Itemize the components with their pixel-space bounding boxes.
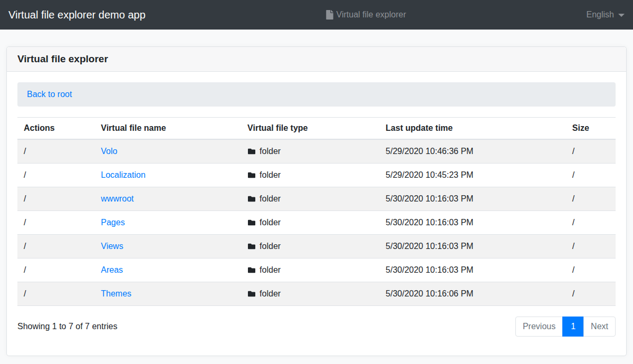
file-type-cell: folder (241, 211, 379, 235)
entries-info: Showing 1 to 7 of 7 entries (17, 322, 117, 331)
actions-cell: / (17, 164, 94, 187)
file-name-cell: Localization (94, 164, 241, 187)
table-row: / Pages folder 5/30/2020 10:16:03 PM / (17, 211, 616, 235)
file-name-link[interactable]: Pages (101, 218, 124, 227)
file-name-cell: wwwroot (94, 187, 241, 211)
table-row: / Areas folder 5/30/2020 10:16:03 PM / (17, 258, 616, 282)
language-label: English (587, 10, 614, 20)
file-type-cell: folder (241, 235, 379, 258)
actions-cell: / (17, 258, 94, 282)
file-name-cell: Areas (94, 258, 241, 282)
table-row: / Views folder 5/30/2020 10:16:03 PM / (17, 235, 616, 258)
back-to-root-bar: Back to root (17, 82, 616, 107)
table-body: / Volo folder 5/29/2020 10:46:36 PM / / … (17, 139, 616, 306)
file-type-cell: folder (241, 139, 379, 164)
file-name-link[interactable]: Themes (101, 289, 131, 298)
size-cell: / (566, 211, 616, 235)
virtual-file-explorer-card: Virtual file explorer Back to root Actio… (6, 46, 627, 356)
file-name-cell: Views (94, 235, 241, 258)
table-row: / wwwroot folder 5/30/2020 10:16:03 PM / (17, 187, 616, 211)
file-type-label: folder (260, 193, 281, 205)
folder-icon (247, 171, 256, 179)
file-type-label: folder (260, 216, 281, 229)
file-name-cell: Volo (94, 139, 241, 164)
file-type-label: folder (260, 145, 281, 158)
file-type-label: folder (260, 288, 281, 300)
column-header-updated: Last update time (379, 118, 566, 140)
file-icon (326, 10, 333, 20)
table-row: / Localization folder 5/29/2020 10:45:23… (17, 164, 616, 187)
updated-cell: 5/29/2020 10:45:23 PM (379, 164, 566, 187)
previous-button[interactable]: Previous (515, 317, 563, 337)
file-name-link[interactable]: Localization (101, 170, 146, 179)
page-1-item: 1 (563, 317, 584, 337)
language-dropdown[interactable]: English (587, 10, 625, 20)
file-type-label: folder (260, 264, 281, 276)
navbar-brand[interactable]: Virtual file explorer demo app (8, 9, 146, 21)
card-body: Back to root Actions Virtual file name V… (7, 72, 626, 356)
actions-cell: / (17, 235, 94, 258)
nav-item-label: Virtual file explorer (337, 10, 406, 20)
table-row: / Themes folder 5/30/2020 10:16:06 PM / (17, 282, 616, 306)
size-cell: / (566, 282, 616, 306)
folder-icon (247, 243, 256, 250)
actions-cell: / (17, 187, 94, 211)
pagination: Previous 1 Next (515, 317, 616, 337)
navbar: Virtual file explorer demo app Virtual f… (0, 0, 633, 30)
actions-cell: / (17, 211, 94, 235)
file-name-cell: Themes (94, 282, 241, 306)
file-name-link[interactable]: Views (101, 242, 123, 251)
page-1-button[interactable]: 1 (562, 317, 584, 337)
file-type-cell: folder (241, 164, 379, 187)
next-page-item: Next (584, 317, 616, 337)
folder-icon (247, 266, 256, 274)
file-type-label: folder (260, 169, 281, 181)
table-header-row: Actions Virtual file name Virtual file t… (17, 118, 616, 140)
column-header-name: Virtual file name (94, 118, 241, 140)
file-type-cell: folder (241, 282, 379, 306)
column-header-size: Size (566, 118, 616, 140)
actions-cell: / (17, 282, 94, 306)
updated-cell: 5/30/2020 10:16:06 PM (379, 282, 566, 306)
size-cell: / (566, 164, 616, 187)
updated-cell: 5/30/2020 10:16:03 PM (379, 258, 566, 282)
file-table: Actions Virtual file name Virtual file t… (17, 117, 616, 306)
updated-cell: 5/30/2020 10:16:03 PM (379, 211, 566, 235)
updated-cell: 5/30/2020 10:16:03 PM (379, 187, 566, 211)
file-type-cell: folder (241, 187, 379, 211)
size-cell: / (566, 235, 616, 258)
size-cell: / (566, 139, 616, 164)
updated-cell: 5/29/2020 10:46:36 PM (379, 139, 566, 164)
file-name-cell: Pages (94, 211, 241, 235)
file-name-link[interactable]: Areas (101, 265, 123, 274)
updated-cell: 5/30/2020 10:16:03 PM (379, 235, 566, 258)
nav-item-virtual-file-explorer[interactable]: Virtual file explorer (326, 10, 406, 20)
folder-icon (247, 148, 256, 155)
table-row: / Volo folder 5/29/2020 10:46:36 PM / (17, 139, 616, 164)
folder-icon (247, 219, 256, 226)
folder-icon (247, 195, 256, 203)
next-button[interactable]: Next (583, 317, 616, 337)
card-title: Virtual file explorer (7, 47, 626, 72)
file-name-link[interactable]: Volo (101, 147, 117, 156)
column-header-actions: Actions (17, 118, 94, 140)
file-type-label: folder (260, 240, 281, 253)
file-name-link[interactable]: wwwroot (101, 194, 133, 203)
actions-cell: / (17, 139, 94, 164)
column-header-type: Virtual file type (241, 118, 379, 140)
back-to-root-link[interactable]: Back to root (27, 90, 72, 99)
file-type-cell: folder (241, 258, 379, 282)
caret-down-icon (618, 14, 625, 17)
table-footer: Showing 1 to 7 of 7 entries Previous 1 N… (17, 317, 616, 337)
previous-page-item: Previous (515, 317, 563, 337)
size-cell: / (566, 258, 616, 282)
size-cell: / (566, 187, 616, 211)
folder-icon (247, 290, 256, 298)
